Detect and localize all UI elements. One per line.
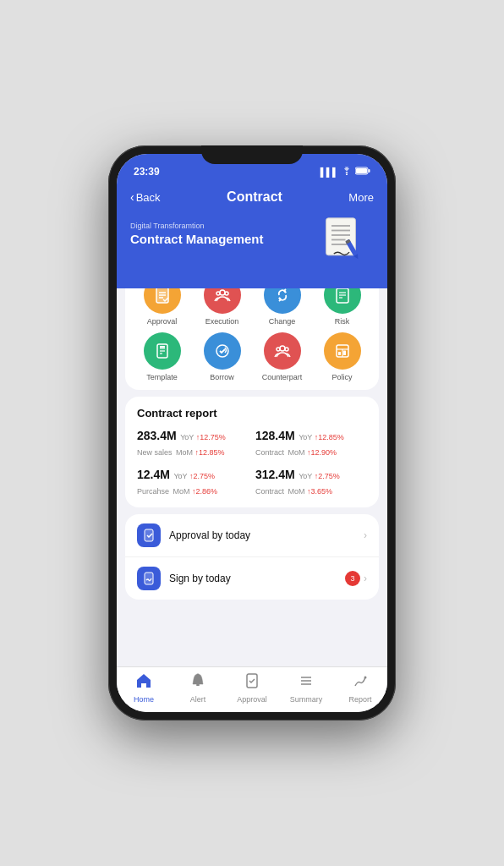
report-mom-label-3: MoM — [288, 487, 307, 496]
svg-rect-39 — [196, 684, 200, 686]
icon-item-borrow[interactable]: Borrow — [194, 332, 250, 381]
report-yoy-label-0: YoY — [180, 433, 196, 441]
report-mom-label-0: MoM — [176, 448, 195, 457]
report-yoy-label-3: YoY — [299, 472, 315, 480]
report-yoy-val-1: ↑12.85% — [315, 433, 344, 441]
tab-home[interactable]: Home — [117, 672, 171, 704]
tab-approval-label: Approval — [237, 695, 267, 704]
icon-item-counterpart[interactable]: Counterpart — [254, 332, 310, 381]
report-value-1: 128.4M — [255, 429, 295, 442]
report-label-3: Contract — [255, 487, 284, 496]
action-row-approval[interactable]: Approval by today › — [125, 514, 379, 557]
back-button[interactable]: ‹ Back — [130, 190, 161, 204]
report-item-1: 128.4M YoY ↑12.85% Contract MoM ↑12.90% — [255, 428, 367, 458]
sign-today-icon — [137, 567, 161, 590]
svg-point-32 — [277, 348, 280, 351]
svg-point-20 — [225, 292, 228, 295]
tab-approval[interactable]: Approval — [225, 672, 279, 704]
approval-today-icon — [137, 523, 161, 547]
svg-point-0 — [346, 174, 348, 176]
action-row-sign[interactable]: Sign by today 3 › — [125, 557, 379, 600]
report-yoy-val-3: ↑2.75% — [315, 472, 340, 480]
approval-today-label: Approval by today — [169, 529, 364, 541]
more-button[interactable]: More — [348, 191, 374, 204]
svg-rect-38 — [343, 351, 346, 356]
policy-icon — [324, 332, 361, 370]
svg-rect-29 — [160, 346, 165, 348]
tab-report-label: Report — [348, 695, 371, 704]
tab-alert[interactable]: Alert — [171, 672, 225, 704]
alert-icon — [189, 672, 206, 693]
svg-point-40 — [197, 674, 200, 677]
svg-point-45 — [364, 677, 367, 679]
status-time: 23:39 — [134, 166, 160, 178]
phone-frame: 23:39 ▌▌▌ — [108, 145, 396, 721]
svg-rect-3 — [356, 168, 367, 173]
report-yoy-label-1: YoY — [299, 433, 315, 441]
svg-rect-37 — [338, 352, 341, 355]
banner: Digital Transforamtion Contract Manageme… — [117, 213, 387, 288]
report-item-0: 283.4M YoY ↑12.75% New sales MoM ↑12.85% — [137, 428, 249, 458]
tab-bar: Home Alert — [117, 666, 387, 712]
home-icon — [135, 672, 152, 693]
status-icons: ▌▌▌ — [320, 167, 370, 177]
report-mom-val-3: ↑3.65% — [307, 487, 332, 496]
svg-point-31 — [280, 346, 285, 351]
notch — [201, 145, 303, 164]
report-mom-label-1: MoM — [288, 448, 307, 457]
icon-item-template[interactable]: Template — [134, 332, 190, 381]
template-label: Template — [146, 373, 178, 381]
svg-point-19 — [216, 292, 220, 295]
report-value-0: 283.4M — [137, 429, 177, 442]
report-value-2: 12.4M — [137, 468, 170, 481]
summary-icon — [298, 672, 315, 693]
sign-chevron-icon: › — [364, 573, 367, 584]
tab-home-label: Home — [134, 695, 154, 704]
report-label-2: Purcahse — [137, 487, 169, 496]
report-mom-label-2: MoM — [173, 487, 192, 496]
approval-chevron-icon: › — [364, 529, 367, 541]
banner-illustration — [318, 216, 377, 267]
report-grid: 283.4M YoY ↑12.75% New sales MoM ↑12.85% — [137, 428, 367, 497]
phone-screen: 23:39 ▌▌▌ — [117, 154, 387, 712]
report-label-0: New sales — [137, 448, 173, 457]
report-card: Contract report 283.4M YoY ↑12.75% New s… — [125, 397, 379, 507]
tab-summary-label: Summary — [290, 695, 323, 704]
report-mom-val-2: ↑2.86% — [192, 487, 217, 496]
report-mom-val-1: ↑12.90% — [307, 448, 337, 457]
change-label: Change — [269, 317, 296, 326]
borrow-icon — [204, 332, 241, 370]
report-item-3: 312.4M YoY ↑2.75% Contract MoM ↑3.65% — [255, 467, 367, 497]
report-yoy-val-0: ↑12.75% — [196, 433, 226, 441]
borrow-label: Borrow — [210, 373, 234, 381]
signal-icon: ▌▌▌ — [320, 167, 338, 177]
sign-badge: 3 — [345, 571, 360, 586]
sign-today-label: Sign by today — [169, 573, 345, 584]
approval-label: Approval — [147, 317, 178, 326]
main-content: Approval — [117, 265, 387, 666]
svg-point-18 — [220, 290, 225, 295]
template-icon — [144, 332, 181, 370]
tab-report[interactable]: Report — [333, 672, 387, 704]
battery-icon — [355, 167, 370, 177]
report-item-2: 12.4M YoY ↑2.75% Purcahse MoM ↑2.86% — [137, 467, 249, 497]
report-title: Contract report — [137, 407, 367, 419]
tab-summary[interactable]: Summary — [279, 672, 333, 704]
page-title: Contract — [227, 189, 282, 205]
wifi-icon — [342, 167, 352, 177]
counterpart-label: Counterpart — [262, 373, 303, 381]
header: ‹ Back Contract More — [117, 184, 387, 213]
report-value-3: 312.4M — [255, 468, 295, 481]
tab-alert-label: Alert — [190, 695, 206, 704]
report-yoy-val-2: ↑2.75% — [189, 472, 215, 480]
approval-tab-icon — [244, 672, 260, 693]
back-chevron-icon: ‹ — [130, 190, 134, 204]
report-yoy-label-2: YoY — [173, 472, 189, 480]
report-label-1: Contract — [255, 448, 284, 457]
execution-label: Execution — [205, 317, 239, 326]
risk-label: Risk — [335, 317, 350, 326]
icon-item-policy[interactable]: Policy — [314, 332, 370, 381]
icon-grid: Approval — [134, 277, 370, 381]
report-mom-val-0: ↑12.85% — [194, 448, 224, 457]
svg-rect-2 — [369, 169, 370, 173]
